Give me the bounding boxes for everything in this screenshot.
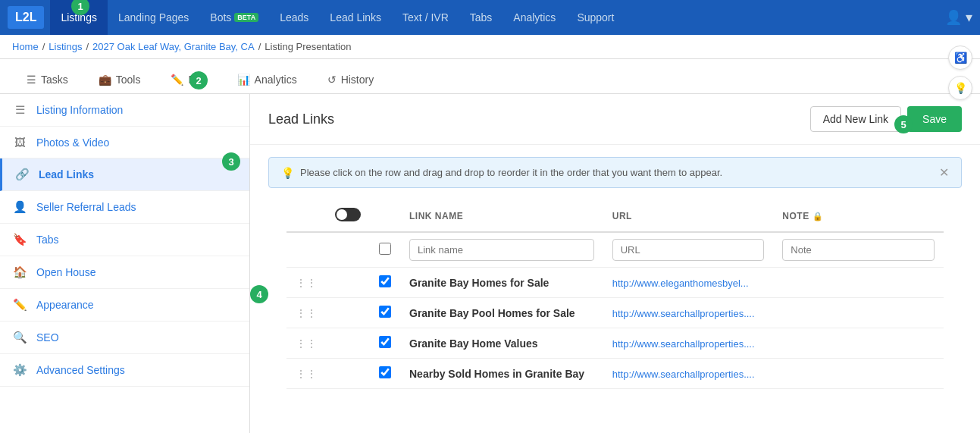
input-row: [286, 232, 944, 268]
appearance-icon: ✏️: [12, 298, 27, 312]
drag-handle-cell-4: ⋮⋮: [286, 359, 326, 389]
sidebar-item-lead-links[interactable]: 🔗 Lead Links 3: [0, 158, 249, 191]
drag-column-header: [286, 200, 326, 232]
row-4-url: http://www.searchallproperties....: [603, 359, 774, 389]
tasks-icon: ☰: [27, 74, 36, 86]
row-2-url-link[interactable]: http://www.searchallproperties....: [612, 308, 755, 319]
advanced-settings-icon: ⚙️: [12, 363, 27, 377]
history-icon: ↺: [327, 74, 337, 86]
tab-analytics-label: Analytics: [255, 74, 297, 86]
drag-handle-cell-2: ⋮⋮: [286, 298, 326, 328]
nav-item-landing-pages[interactable]: Landing Pages: [108, 0, 199, 35]
row-1-url: http://www.eleganthomesbyel...: [603, 268, 774, 298]
nav-item-text-ivr[interactable]: Text / IVR: [392, 0, 459, 35]
row-4-checkbox[interactable]: [379, 366, 391, 378]
nav-item-lead-links[interactable]: Lead Links: [319, 0, 392, 35]
drag-handle-icon[interactable]: ⋮⋮: [296, 277, 317, 289]
url-input[interactable]: [612, 239, 765, 261]
tab-history[interactable]: ↺ History: [313, 65, 389, 93]
row-3-checkbox[interactable]: [379, 336, 391, 348]
sidebar-item-advanced-settings[interactable]: ⚙️ Advanced Settings: [0, 354, 249, 387]
sidebar-item-seller-referral-leads[interactable]: 👤 Seller Referral Leads: [0, 191, 249, 224]
sidebar-item-listing-information[interactable]: ☰ Listing Information: [0, 94, 249, 127]
lightbulb-icon-button[interactable]: 💡: [948, 94, 972, 100]
sidebar-item-photos-video[interactable]: 🖼 Photos & Video: [0, 127, 249, 158]
input-note-cell: [773, 232, 944, 268]
photos-video-icon: 🖼: [12, 136, 27, 149]
content-area: ☰ Listing Information 🖼 Photos & Video 🔗…: [0, 94, 980, 433]
table-row: ⋮⋮ Nearby Sold Homes in Granite Bay http…: [286, 359, 944, 389]
note-input[interactable]: [782, 239, 935, 261]
row-3-note: [773, 328, 944, 359]
drag-handle-cell: ⋮⋮: [286, 268, 326, 298]
drag-handle-cell-3: ⋮⋮: [286, 328, 326, 359]
link-name-input[interactable]: [409, 239, 594, 261]
breadcrumb-home[interactable]: Home: [12, 41, 39, 52]
tab-tasks[interactable]: ☰ Tasks: [12, 65, 83, 93]
breadcrumb-sep2: /: [86, 41, 89, 52]
save-button[interactable]: Save: [907, 106, 962, 132]
sidebar-item-appearance-label: Appearance: [36, 299, 94, 311]
top-navigation: L2L Listings Landing Pages Bots BETA Lea…: [0, 0, 980, 35]
breadcrumb-sep1: /: [42, 41, 45, 52]
row-2-link-name: Granite Bay Pool Homes for Sale: [400, 298, 603, 328]
user-menu[interactable]: 👤 ▾: [945, 9, 972, 26]
toggle-all-switch[interactable]: [335, 208, 361, 221]
tab-analytics[interactable]: 📊 Analytics: [223, 65, 312, 93]
row-4-link-name: Nearby Sold Homes in Granite Bay: [400, 359, 603, 389]
sidebar-item-appearance[interactable]: ✏️ Appearance: [0, 289, 249, 322]
sidebar-item-listing-information-label: Listing Information: [36, 104, 123, 116]
sidebar-item-photos-video-label: Photos & Video: [36, 136, 109, 149]
checkbox-cell-3: [370, 328, 400, 359]
nav-item-tabs[interactable]: Tabs: [459, 0, 503, 35]
sidebar-item-tabs[interactable]: 🔖 Tabs: [0, 224, 249, 256]
row-4-url-link[interactable]: http://www.searchallproperties....: [612, 369, 755, 380]
breadcrumb-sep3: /: [258, 41, 261, 52]
row-1-url-link[interactable]: http://www.eleganthomesbyel...: [612, 278, 749, 289]
nav-items: Listings Landing Pages Bots BETA Leads L…: [50, 0, 625, 35]
toggle-cell-1: [326, 268, 370, 298]
input-row-checkbox[interactable]: [379, 243, 391, 255]
note-column-header: NOTE 🔒: [773, 200, 944, 232]
logo[interactable]: L2L: [8, 6, 44, 29]
nav-item-analytics[interactable]: Analytics: [503, 0, 566, 35]
row-1-link-name: Granite Bay Homes for Sale: [400, 268, 603, 298]
sidebar-item-open-house[interactable]: 🏠 Open House: [0, 256, 249, 289]
add-new-link-button[interactable]: Add New Link: [810, 106, 901, 132]
drag-handle-icon-3[interactable]: ⋮⋮: [296, 337, 317, 350]
row-2-checkbox[interactable]: [379, 306, 391, 318]
row-3-url-link[interactable]: http://www.searchallproperties....: [612, 338, 755, 350]
info-message: Please click on the row and drag and dro…: [300, 167, 722, 178]
drag-handle-icon-4[interactable]: ⋮⋮: [296, 368, 317, 380]
breadcrumb-listings[interactable]: Listings: [49, 41, 82, 52]
tabs-bar: ☰ Tasks 💼 Tools ✏️ Edit 📊 Analytics ↺ Hi…: [0, 59, 980, 94]
edit-icon: ✏️: [171, 74, 183, 86]
listing-information-icon: ☰: [12, 103, 27, 117]
nav-item-support[interactable]: Support: [566, 0, 625, 35]
input-url-cell: [603, 232, 774, 268]
breadcrumb-address[interactable]: 2027 Oak Leaf Way, Granite Bay, CA: [92, 41, 255, 52]
row-2-url: http://www.searchallproperties....: [603, 298, 774, 328]
tab-tools[interactable]: 💼 Tools: [84, 65, 155, 93]
sidebar-item-lead-links-label: Lead Links: [39, 168, 94, 180]
drag-handle-icon-2[interactable]: ⋮⋮: [296, 307, 317, 319]
seller-referral-leads-icon: 👤: [12, 200, 27, 214]
row-3-link-name: Granite Bay Home Values: [400, 328, 603, 359]
checkbox-column-header: [370, 200, 400, 232]
lead-links-header: Lead Links Add New Link Save: [250, 94, 980, 145]
toggle-cell-3: [326, 328, 370, 359]
breadcrumb: Home / Listings / 2027 Oak Leaf Way, Gra…: [0, 35, 980, 59]
checkbox-cell-1: [370, 268, 400, 298]
tab-history-label: History: [341, 74, 374, 86]
table-row: ⋮⋮ Granite Bay Pool Homes for Sale http:…: [286, 298, 944, 328]
row-3-url: http://www.searchallproperties....: [603, 328, 774, 359]
row-1-checkbox[interactable]: [379, 275, 391, 287]
beta-badge: BETA: [234, 13, 258, 22]
sidebar-item-seo-label: SEO: [36, 331, 59, 344]
lead-links-table: LINK NAME URL NOTE 🔒: [286, 200, 944, 389]
info-box-content: 💡 Please click on the row and drag and d…: [281, 167, 722, 179]
close-info-button[interactable]: ✕: [939, 165, 949, 180]
nav-item-leads[interactable]: Leads: [269, 0, 319, 35]
sidebar-item-seo[interactable]: 🔍 SEO: [0, 322, 249, 354]
nav-item-bots[interactable]: Bots BETA: [199, 0, 269, 35]
